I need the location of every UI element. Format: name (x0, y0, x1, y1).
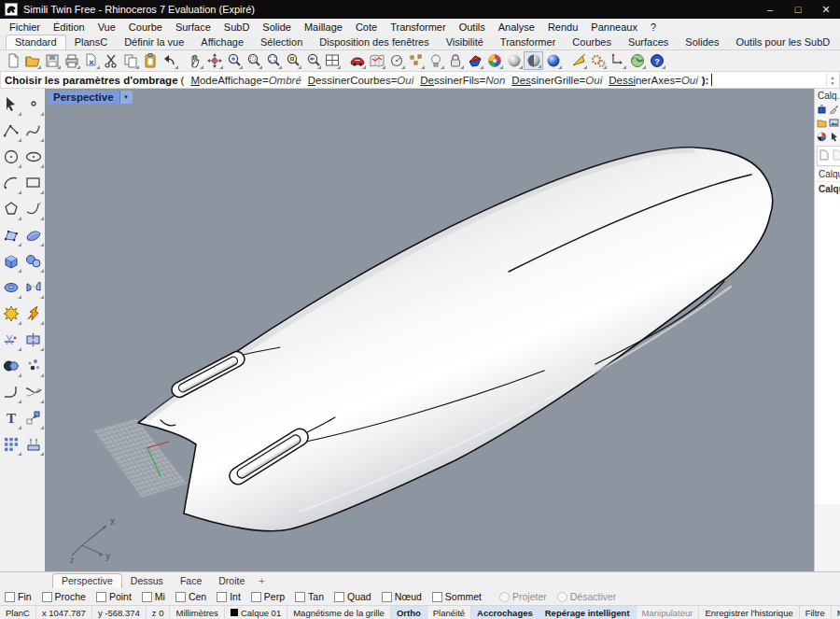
toggle-ortho[interactable]: Ortho (391, 606, 427, 619)
menu-rendu[interactable]: Rendu (541, 21, 584, 34)
status-current-layer[interactable]: Calque 01 (225, 606, 287, 619)
render-sphere-half-icon[interactable] (524, 51, 543, 70)
osnap-quad[interactable]: Quad (334, 591, 371, 602)
split-icon[interactable] (22, 327, 45, 353)
curve-handles-icon[interactable] (22, 196, 45, 222)
surface-from-points-icon[interactable] (0, 222, 22, 248)
tab-standard[interactable]: Standard (6, 35, 66, 49)
tab-visibilite[interactable]: Visibilité (438, 35, 492, 49)
maximize-button[interactable]: □ (784, 0, 812, 19)
rotate-view-icon[interactable] (204, 51, 224, 70)
tab-surfaces[interactable]: Surfaces (620, 35, 677, 49)
interpolate-curve-icon[interactable] (22, 118, 45, 144)
command-option-dessinergrille[interactable]: DessinerGrille=Oui (511, 75, 602, 86)
ellipse-icon[interactable] (22, 144, 45, 170)
osnap-point[interactable]: Point (96, 591, 132, 602)
zoom-selected-icon[interactable] (263, 51, 283, 70)
osnap-fin[interactable]: Fin (5, 591, 32, 602)
menu-edition[interactable]: Édition (47, 21, 91, 34)
menu-fichier[interactable]: Fichier (3, 21, 47, 34)
menu-panneaux[interactable]: Panneaux (584, 21, 644, 34)
tab-definir-la-vue[interactable]: Définir la vue (116, 35, 192, 49)
osnap-int[interactable]: Int (217, 591, 241, 602)
layer-list-header[interactable]: Calqu (815, 166, 840, 181)
solid-box-icon[interactable] (0, 248, 22, 274)
blend-curves-icon[interactable] (22, 379, 45, 405)
menu-cote[interactable]: Cote (349, 21, 384, 34)
shaded-mode-icon[interactable] (465, 51, 484, 70)
close-button[interactable]: ✕ (812, 0, 840, 19)
save-file-icon[interactable] (42, 51, 62, 70)
viewport-tab-perspective[interactable]: Perspective (52, 573, 122, 588)
new-layer-icon[interactable] (819, 149, 829, 162)
surface-patch-icon[interactable] (22, 222, 45, 248)
layer-row-current[interactable]: Calqu (815, 181, 840, 196)
color-wheel-icon[interactable] (484, 51, 504, 70)
undo-icon[interactable] (160, 51, 179, 70)
command-option-dessinerfils[interactable]: DessinerFils=Non (420, 75, 505, 86)
point-cloud-icon[interactable] (22, 353, 45, 379)
tab-selection[interactable]: Sélection (252, 35, 311, 49)
osnap-proche[interactable]: Proche (42, 591, 86, 602)
pan-view-icon[interactable] (185, 51, 204, 70)
array-icon[interactable] (0, 431, 22, 457)
viewport-tab-dessus[interactable]: Dessus (122, 574, 172, 588)
lamp-icon[interactable] (426, 51, 445, 70)
arc-icon[interactable] (0, 170, 22, 196)
folder-icon[interactable] (816, 118, 828, 128)
surfboard-model[interactable] (138, 148, 773, 531)
polygon-icon[interactable] (0, 196, 22, 222)
status-units[interactable]: Millimètres (170, 606, 224, 619)
surface-blend-icon[interactable] (22, 274, 45, 301)
toggle-grid-snap[interactable]: Magnétisme de la grille (287, 606, 391, 619)
image-icon[interactable] (828, 118, 840, 128)
command-option-dessineraxes[interactable]: DessinerAxes=Oui (609, 75, 698, 86)
chevron-down-icon[interactable]: ▼ (119, 91, 133, 104)
tab-solides[interactable]: Solides (677, 35, 727, 49)
display-mode-car-icon[interactable] (347, 51, 367, 70)
zoom-previous-icon[interactable] (302, 51, 322, 70)
layers-panel-title[interactable]: Calq... (815, 89, 840, 103)
eyedropper-icon[interactable] (828, 104, 840, 114)
render-sphere-icon[interactable] (504, 51, 524, 70)
solid-spheres-icon[interactable] (22, 248, 45, 274)
options-gears-icon[interactable] (588, 51, 608, 70)
circle-icon[interactable] (0, 144, 22, 170)
tab-courbes[interactable]: Courbes (564, 35, 620, 49)
viewport-title-dropdown[interactable]: Perspective ▼ (48, 91, 133, 104)
toggle-accrochages[interactable]: Accrochages (471, 606, 539, 619)
menu-analyse[interactable]: Analyse (492, 21, 541, 34)
tab-outils-pour-les-subd[interactable]: Outils pour les SubD (727, 35, 838, 49)
explode-icon[interactable] (0, 301, 22, 327)
viewport-title[interactable]: Perspective (48, 91, 119, 104)
boolean-union-icon[interactable] (0, 353, 22, 379)
solid-torus-icon[interactable] (0, 274, 22, 301)
cut-icon[interactable] (101, 51, 120, 70)
cplane-circle-icon[interactable] (386, 51, 406, 70)
menu-aide[interactable]: ? (644, 21, 663, 34)
color-wheel-icon[interactable] (816, 132, 828, 142)
record-history-icon[interactable] (608, 51, 627, 70)
osnap-mi[interactable]: Mi (142, 591, 165, 602)
export-file-icon[interactable] (81, 51, 101, 70)
paste-icon[interactable] (140, 51, 160, 70)
viewport-canvas[interactable] (45, 89, 814, 571)
text-object-icon[interactable]: T (0, 405, 22, 431)
select-pointer-icon[interactable] (0, 91, 22, 118)
single-point-icon[interactable] (22, 91, 45, 118)
viewport-tab-droite[interactable]: Droite (210, 574, 253, 588)
osnap-noeud[interactable]: Nœud (382, 591, 422, 602)
osnap-tan[interactable]: Tan (295, 591, 324, 602)
command-option-modeaffichage[interactable]: ModeAffichage=Ombré (190, 75, 301, 86)
spotlight-icon[interactable] (568, 51, 588, 70)
distance-map-icon[interactable] (367, 51, 386, 70)
menu-solide[interactable]: Solide (256, 21, 298, 34)
help-icon[interactable]: ? (647, 51, 666, 70)
zoom-window-icon[interactable] (244, 51, 263, 70)
sublayer-icon[interactable] (833, 149, 840, 162)
viewport-layout-icon[interactable] (322, 51, 342, 70)
menu-courbe[interactable]: Courbe (122, 21, 169, 34)
open-file-icon[interactable] (22, 51, 42, 70)
ink-bottle-icon[interactable] (816, 104, 828, 114)
viewport-tab-face[interactable]: Face (172, 574, 210, 588)
